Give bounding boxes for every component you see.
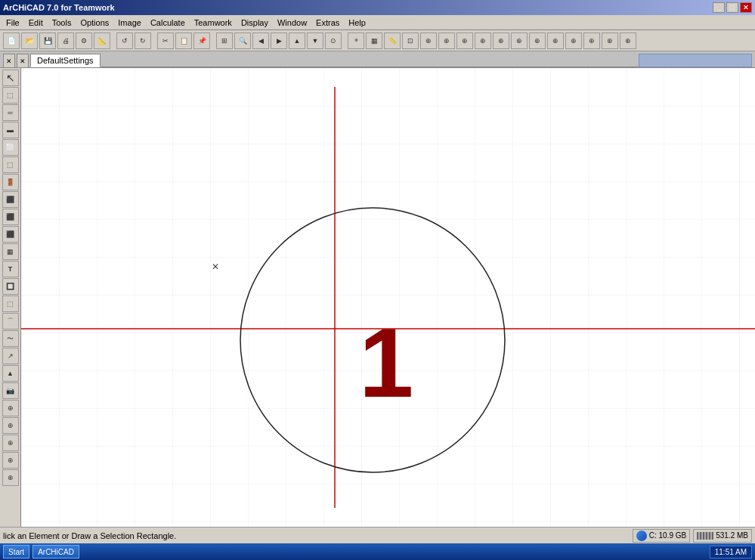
tool-b6[interactable]: ⊕ (493, 32, 509, 49)
menu-help[interactable]: Help (344, 17, 370, 29)
left-tool-select[interactable]: ↖ (2, 70, 19, 86)
tool-b8[interactable]: ⊕ (529, 32, 546, 49)
left-tool-rect[interactable]: ⬜ (2, 139, 19, 156)
start-button[interactable]: Start (3, 545, 29, 558)
tool-save[interactable]: 💾 (39, 32, 56, 49)
tab-close-1[interactable]: ✕ (3, 54, 15, 67)
tool-paste[interactable]: 📌 (193, 32, 210, 49)
menu-display[interactable]: Display (237, 17, 273, 29)
tool-zoom[interactable]: 🔍 (234, 32, 251, 49)
status-bar: lick an Element or Draw a Selection Rect… (0, 527, 755, 543)
toolbar: 📄 📂 💾 🖨 ⚙ 📐 ↺ ↻ ✂ 📋 📌 ⊞ 🔍 ◀ ▶ ▲ ▼ ⊙ ⌖ ▦ … (0, 30, 755, 51)
tab-spacer (101, 67, 639, 67)
tool-b10[interactable]: ⊕ (565, 32, 582, 49)
left-tool-cam[interactable]: 📷 (2, 382, 19, 399)
left-tool-snap2[interactable]: ▲ (2, 365, 19, 382)
tab-right-area (639, 54, 752, 67)
tab-bar: ✕ ✕ Default Settings (0, 51, 755, 68)
tool-cut[interactable]: ✂ (157, 32, 174, 49)
left-tool-rect-select[interactable]: ⬚ (2, 87, 19, 104)
title-bar: ArCHiCAD 7.0 for Teamwork _ □ ✕ (0, 0, 755, 15)
taskbar: Start ArCHiCAD 11:51 AM (0, 543, 755, 560)
left-tool-window[interactable]: ⬛ (2, 191, 19, 208)
left-tool-line[interactable]: ═ (2, 104, 19, 121)
left-tool-roof[interactable]: ⊕ (2, 417, 19, 434)
left-tool-slab[interactable]: ⊕ (2, 435, 19, 451)
left-tool-text[interactable]: T (2, 261, 19, 277)
main-area: ↖ ⬚ ═ ▬ ⬜ ⬚ 🚪 ⬛ ⬛ ⬛ ▦ T 🔲 ⬚ ⌒ 〜 ↗ ▲ 📷 ⊕ … (0, 68, 755, 527)
menu-image[interactable]: Image (113, 17, 146, 29)
minimize-button[interactable]: _ (713, 2, 725, 13)
memory-indicator: 531.2 MB (693, 529, 752, 543)
tool-b13[interactable]: ⊕ (620, 32, 636, 49)
menu-file[interactable]: File (2, 17, 24, 29)
tool-b1[interactable]: ⊡ (402, 32, 419, 49)
tab-default[interactable]: Default Settings (30, 54, 101, 67)
tool-new[interactable]: 📄 (3, 32, 20, 49)
taskbar-time: 11:51 AM (710, 546, 752, 558)
tool-b9[interactable]: ⊕ (547, 32, 564, 49)
svg-rect-0 (21, 68, 755, 527)
tool-center[interactable]: ⊙ (325, 32, 342, 49)
tool-b3[interactable]: ⊕ (438, 32, 455, 49)
left-tool-spline[interactable]: 〜 (2, 330, 19, 347)
tool-b11[interactable]: ⊕ (583, 32, 600, 49)
status-message: lick an Element or Draw a Selection Rect… (3, 531, 633, 540)
tool-down[interactable]: ▼ (307, 32, 323, 49)
canvas-area[interactable]: 1 ✕ (21, 68, 755, 527)
left-tool-fill[interactable]: ▦ (2, 243, 19, 260)
tool-b7[interactable]: ⊕ (511, 32, 528, 49)
tool-redo[interactable]: ↻ (135, 32, 151, 49)
tool-b5[interactable]: ⊕ (475, 32, 491, 49)
tool-b12[interactable]: ⊕ (602, 32, 618, 49)
app-button[interactable]: ArCHiCAD (32, 545, 79, 558)
left-tool-stairs[interactable]: ⊕ (2, 400, 19, 416)
left-toolbar: ↖ ⬚ ═ ▬ ⬜ ⬚ 🚪 ⬛ ⬛ ⬛ ▦ T 🔲 ⬚ ⌒ 〜 ↗ ▲ 📷 ⊕ … (0, 68, 21, 527)
tool-grid[interactable]: ⊞ (216, 32, 233, 49)
tool-measure[interactable]: 📏 (384, 32, 401, 49)
tool-open[interactable]: 📂 (21, 32, 38, 49)
grid (21, 68, 755, 527)
menu-extras[interactable]: Extras (311, 17, 344, 29)
memory-icon (697, 532, 713, 540)
close-button[interactable]: ✕ (740, 2, 752, 13)
maximize-button[interactable]: □ (726, 2, 738, 13)
title-text: ArCHiCAD 7.0 for Teamwork (3, 3, 115, 12)
left-tool-dim[interactable]: ⬚ (2, 295, 19, 312)
menu-tools[interactable]: Tools (48, 17, 76, 29)
tool-select[interactable]: ▦ (366, 32, 382, 49)
tool-b4[interactable]: ⊕ (456, 32, 473, 49)
tool-print[interactable]: 🖨 (57, 32, 74, 49)
left-tool-column[interactable]: ⬛ (2, 226, 19, 243)
menu-teamwork[interactable]: Teamwork (190, 17, 237, 29)
tool-ref[interactable]: 📐 (94, 32, 110, 49)
left-tool-morph[interactable]: ⊕ (2, 469, 19, 486)
title-bar-controls: _ □ ✕ (713, 2, 752, 13)
menu-window[interactable]: Window (273, 17, 311, 29)
left-tool-wall[interactable]: ▬ (2, 122, 19, 138)
left-tool-mesh[interactable]: ⊕ (2, 452, 19, 469)
menu-edit[interactable]: Edit (24, 17, 48, 29)
tool-settings[interactable]: ⚙ (76, 32, 92, 49)
left-tool-poly[interactable]: ⬚ (2, 156, 19, 173)
tool-copy[interactable]: 📋 (175, 32, 192, 49)
tool-undo[interactable]: ↺ (116, 32, 133, 49)
menu-bar: File Edit Tools Options Image Calculate … (0, 15, 755, 30)
tool-up[interactable]: ▲ (289, 32, 305, 49)
left-tool-beam[interactable]: ⬛ (2, 209, 19, 225)
menu-options[interactable]: Options (76, 17, 113, 29)
left-tool-door[interactable]: 🚪 (2, 174, 19, 190)
menu-calculate[interactable]: Calculate (146, 17, 190, 29)
left-tool-arrow[interactable]: ↗ (2, 348, 19, 364)
tab-close-2[interactable]: ✕ (17, 54, 29, 67)
status-right: C: 10.9 GB 531.2 MB (633, 529, 752, 543)
disk-icon (636, 531, 647, 541)
tool-snap[interactable]: ⌖ (348, 32, 364, 49)
left-tool-arc[interactable]: ⌒ (2, 313, 19, 330)
disk-indicator: C: 10.9 GB (633, 529, 690, 543)
tool-right[interactable]: ▶ (271, 32, 287, 49)
tool-left[interactable]: ◀ (252, 32, 269, 49)
left-tool-label[interactable]: 🔲 (2, 278, 19, 295)
tool-b2[interactable]: ⊕ (420, 32, 437, 49)
